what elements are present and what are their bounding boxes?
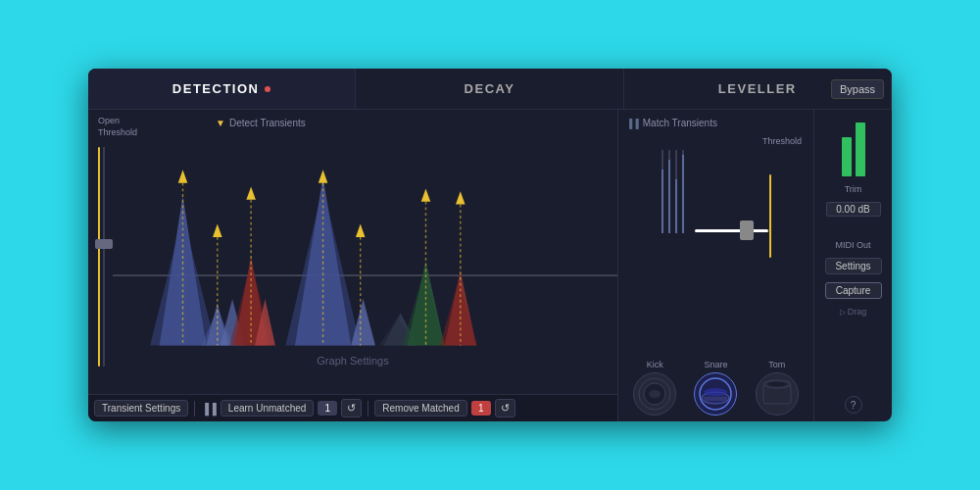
tab-detection[interactable]: DETECTION: [88, 69, 356, 109]
match-header: ▐▐ Match Transients: [618, 110, 813, 132]
remove-matched-button[interactable]: Remove Matched: [374, 400, 466, 416]
trim-value[interactable]: 0.00 dB: [826, 202, 881, 217]
separator-1: [194, 401, 195, 416]
drag-label: ▷ Drag: [840, 307, 867, 317]
bypass-button[interactable]: Bypass: [831, 79, 884, 99]
plugin-container: DETECTION DECAY LEVELLER Bypass OpenThre…: [88, 69, 892, 421]
match-panel: ▐▐ Match Transients Threshold: [617, 110, 813, 421]
drum-kick: Kick: [633, 360, 676, 416]
learn-unmatched-button[interactable]: Learn Unmatched: [220, 400, 315, 416]
right-panel: Trim 0.00 dB MIDI Out Settings Capture ▷…: [813, 110, 892, 421]
undo-learn-button[interactable]: ↺: [341, 399, 362, 417]
detection-dot: [265, 86, 270, 92]
graph-settings-label[interactable]: Graph Settings: [317, 355, 388, 367]
drag-icon: ▷: [840, 308, 846, 317]
svg-point-43: [767, 382, 787, 387]
help-button[interactable]: ?: [845, 396, 862, 414]
learn-counter: 1: [318, 401, 337, 416]
threshold-slider-thumb[interactable]: [95, 239, 113, 249]
match-slider-3[interactable]: [675, 150, 677, 258]
drum-section: Kick Snare: [618, 354, 813, 421]
settings-button[interactable]: Settings: [825, 258, 882, 274]
kick-pad[interactable]: [633, 372, 676, 416]
tab-detection-label: DETECTION: [172, 81, 260, 96]
level-meter: [842, 118, 865, 176]
bottom-toolbar: Transient Settings ▐▐ Learn Unmatched 1 …: [88, 394, 617, 421]
threshold-label: Threshold: [626, 136, 806, 146]
match-slider-1[interactable]: [662, 150, 663, 258]
tom-pad[interactable]: [756, 372, 799, 416]
kick-label: Kick: [647, 360, 663, 369]
separator-2: [368, 401, 368, 416]
trim-label: Trim: [845, 184, 862, 194]
detection-panel: OpenThreshold ▼ Detect Transients: [88, 110, 617, 421]
waveform-svg: [113, 147, 617, 367]
transient-settings-button[interactable]: Transient Settings: [94, 400, 188, 416]
threshold-slider-handle[interactable]: [740, 220, 754, 240]
remove-counter: 1: [471, 401, 491, 416]
meter-bar-1: [842, 137, 852, 176]
match-transients-label: Match Transients: [643, 118, 717, 128]
match-slider-2[interactable]: [668, 150, 670, 258]
undo-remove-button[interactable]: ↺: [495, 399, 515, 417]
midi-out-label: MIDI Out: [835, 240, 870, 250]
svg-point-38: [704, 388, 727, 396]
tom-label: Tom: [768, 360, 785, 369]
detect-icon: ▼: [216, 118, 225, 128]
svg-point-35: [649, 390, 661, 398]
tab-leveller-label: LEVELLER: [718, 81, 797, 96]
snare-label: Snare: [704, 360, 727, 369]
bars-icon: ▐▐: [201, 403, 217, 415]
tab-decay-label: DECAY: [465, 81, 515, 96]
match-slider-4[interactable]: [682, 150, 684, 258]
main-content: OpenThreshold ▼ Detect Transients: [88, 110, 892, 421]
meter-bar-2: [856, 122, 865, 176]
match-threshold-slider[interactable]: [689, 174, 762, 258]
match-yellow-line: [769, 174, 771, 258]
snare-pad[interactable]: [694, 372, 737, 416]
waveform-graph[interactable]: Graph Settings: [88, 147, 617, 394]
tab-bar: DETECTION DECAY LEVELLER Bypass: [88, 69, 892, 110]
capture-button[interactable]: Capture: [825, 282, 882, 299]
open-threshold-label: OpenThreshold: [98, 116, 137, 138]
tab-decay[interactable]: DECAY: [356, 69, 623, 109]
detect-transients-label: ▼ Detect Transients: [216, 118, 306, 128]
drum-snare: Snare: [694, 360, 737, 416]
drum-tom: Tom: [756, 360, 799, 416]
